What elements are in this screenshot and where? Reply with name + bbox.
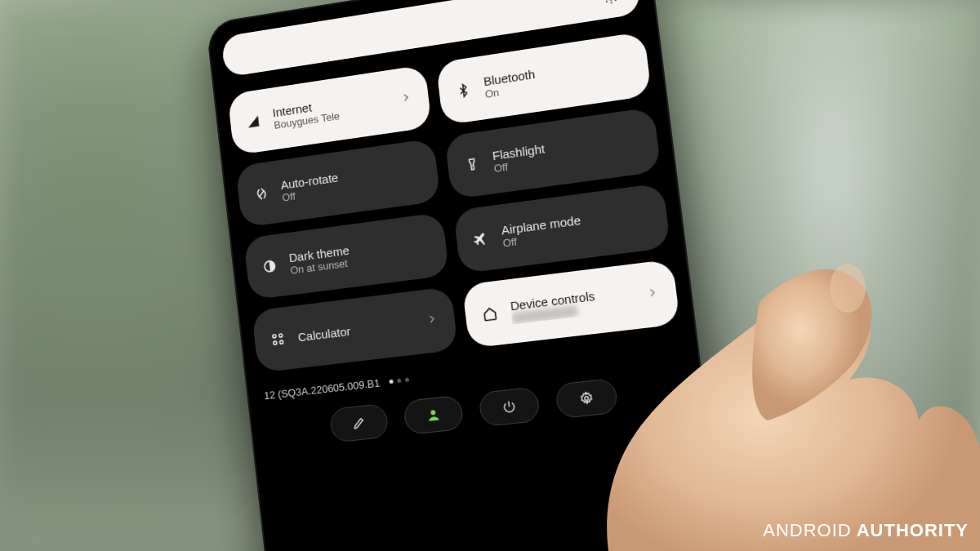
svg-point-8 — [585, 397, 589, 401]
tile-flashlight[interactable]: Flashlight Off — [444, 107, 661, 199]
watermark-word-1: ANDROID — [763, 520, 851, 541]
page-dot — [389, 380, 393, 384]
svg-point-3 — [273, 335, 276, 339]
home-icon — [479, 303, 501, 325]
edit-button[interactable] — [329, 403, 390, 443]
quick-settings-tiles: Internet Bouygues Tele Bluetooth On — [227, 31, 680, 372]
phone-screen: Internet Bouygues Tele Bluetooth On — [206, 0, 728, 551]
page-dot — [397, 379, 401, 383]
airplane-icon — [470, 228, 492, 250]
tile-dark-theme[interactable]: Dark theme On at sunset — [243, 212, 449, 300]
tile-device-controls[interactable]: Device controls — [462, 259, 680, 348]
power-button[interactable] — [478, 386, 541, 427]
svg-point-6 — [279, 340, 283, 344]
tile-auto-rotate[interactable]: Auto-rotate Off — [235, 138, 440, 227]
settings-button[interactable] — [555, 378, 618, 419]
dark-theme-icon — [260, 256, 280, 277]
svg-point-4 — [279, 334, 283, 338]
chevron-right-icon — [399, 90, 415, 108]
svg-point-5 — [274, 341, 277, 345]
watermark: ANDROID AUTHORITY — [763, 520, 969, 541]
page-indicator — [389, 377, 409, 384]
tile-internet[interactable]: Internet Bouygues Tele — [227, 64, 432, 155]
watermark-word-2: AUTHORITY — [857, 520, 969, 541]
svg-point-7 — [430, 410, 436, 415]
rotate-icon — [252, 183, 272, 204]
build-text: 12 (SQ3A.220605.009.B1 — [264, 377, 381, 402]
tile-title: Calculator — [297, 316, 416, 344]
flashlight-icon — [461, 153, 483, 176]
chevron-right-icon — [425, 312, 441, 330]
page-dot — [405, 377, 409, 381]
tile-airplane-mode[interactable]: Airplane mode Off — [453, 183, 670, 273]
phone-frame: Internet Bouygues Tele Bluetooth On — [206, 0, 728, 551]
user-button[interactable] — [403, 395, 464, 435]
tile-calculator[interactable]: Calculator — [252, 287, 458, 373]
brightness-icon — [599, 0, 621, 8]
bluetooth-icon — [452, 79, 474, 101]
calculator-icon — [268, 329, 288, 350]
chevron-right-icon — [645, 285, 662, 304]
signal-icon — [243, 111, 264, 132]
